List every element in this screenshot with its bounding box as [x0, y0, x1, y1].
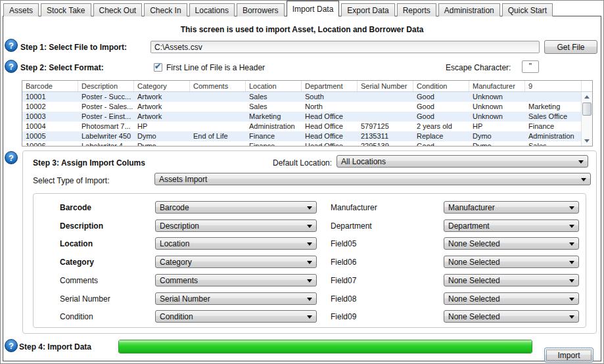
mapping-dropdown-value: Manufacturer: [448, 203, 495, 212]
grid-scrollbar[interactable]: [581, 92, 592, 146]
help-icon[interactable]: ?: [5, 339, 18, 352]
grid-cell: Good: [413, 112, 469, 122]
tab-assets[interactable]: Assets: [3, 3, 39, 16]
tab-export-data[interactable]: Export Data: [341, 3, 394, 16]
tab-import-data[interactable]: Import Data: [287, 1, 340, 16]
mapping-dropdown-barcode[interactable]: Barcode: [155, 201, 317, 214]
escape-character-label: Escape Character:: [446, 63, 511, 72]
tab-quick-start[interactable]: Quick Start: [502, 3, 553, 16]
default-location-label: Default Location:: [273, 158, 332, 168]
tab-locations[interactable]: Locations: [189, 3, 235, 16]
chevron-down-icon: [307, 298, 312, 301]
grid-column-header[interactable]: 9: [525, 81, 582, 91]
mapping-dropdown-value: None Selected: [448, 276, 500, 285]
header-line-checkbox[interactable]: ✔: [154, 63, 162, 72]
grid-cell: Sales: [246, 92, 302, 102]
question-mark-icon: ?: [9, 41, 14, 51]
grid-cell: Good: [413, 92, 469, 102]
table-row[interactable]: 10004Photosmart 7...HPAdministrationHead…: [22, 122, 581, 131]
mapping-label-field06: Field06: [331, 258, 356, 267]
grid-column-header[interactable]: Barcode: [22, 81, 78, 91]
mapping-dropdown-serial-number[interactable]: Serial Number: [155, 292, 317, 305]
get-file-button[interactable]: Get File: [544, 40, 597, 54]
type-of-import-dropdown[interactable]: Assets Import: [154, 173, 591, 185]
grid-column-header[interactable]: Manufacturer: [469, 81, 525, 91]
mapping-label-field09: Field09: [331, 312, 356, 321]
grid-body: 10001Poster - Succ...ArtworkSalesSouthGo…: [22, 92, 581, 146]
grid-column-header[interactable]: Description: [78, 81, 134, 91]
mapping-dropdown-comments[interactable]: Comments: [155, 274, 317, 286]
check-icon: ✔: [154, 62, 161, 71]
mapping-dropdown-department[interactable]: Department: [444, 219, 579, 232]
mapping-box: BarcodeBarcodeDescriptionDescriptionLoca…: [33, 193, 586, 328]
chevron-down-icon: [569, 242, 574, 246]
tab-borrowers[interactable]: Borrowers: [237, 3, 285, 16]
grid-column-header[interactable]: Department: [302, 81, 358, 91]
mapping-label-comments: Comments: [60, 276, 98, 285]
step1-label: Step 1: Select File to Import:: [20, 43, 127, 52]
mapping-dropdown-value: Location: [160, 239, 189, 248]
tab-check-in[interactable]: Check In: [144, 3, 187, 16]
mapping-dropdown-field09[interactable]: None Selected: [444, 310, 579, 323]
mapping-dropdown-field07[interactable]: None Selected: [444, 274, 579, 286]
scroll-down-icon[interactable]: [582, 136, 592, 146]
mapping-dropdown-manufacturer[interactable]: Manufacturer: [444, 201, 579, 214]
import-button[interactable]: Import: [544, 348, 593, 363]
grid-cell: Marketing: [525, 102, 581, 112]
grid-cell: Finance: [246, 141, 302, 146]
tab-check-out[interactable]: Check Out: [93, 3, 143, 16]
table-row[interactable]: 10001Poster - Succ...ArtworkSalesSouthGo…: [22, 92, 581, 102]
import-data-panel: This screen is used to import Asset, Loc…: [3, 16, 601, 361]
grid-column-header[interactable]: Category: [134, 81, 190, 91]
help-icon[interactable]: ?: [5, 60, 18, 73]
mapping-dropdown-field05[interactable]: None Selected: [444, 237, 579, 250]
mapping-dropdown-value: Comments: [160, 276, 198, 285]
mapping-dropdown-location[interactable]: Location: [155, 237, 317, 250]
mapping-dropdown-condition[interactable]: Condition: [155, 310, 317, 323]
grid-cell: Sales: [525, 141, 581, 146]
grid-cell: Dymo: [469, 141, 525, 146]
step3-group: Step 3: Assign Import Colums Default Loc…: [22, 150, 597, 334]
default-location-dropdown[interactable]: All Locations: [337, 155, 588, 168]
tab-administration[interactable]: Administration: [438, 3, 500, 16]
grid-cell: Sales: [246, 102, 302, 112]
table-row[interactable]: 10005Labelwriter 450DymoEnd of LifeFinan…: [22, 131, 581, 141]
step2-label: Step 2: Select Format:: [20, 63, 104, 72]
grid-cell: Replace: [413, 131, 469, 141]
question-mark-icon: ?: [9, 153, 14, 163]
mapping-dropdown-field08[interactable]: None Selected: [444, 292, 579, 305]
tab-reports[interactable]: Reports: [397, 3, 436, 16]
mapping-dropdown-category[interactable]: Category: [155, 256, 317, 268]
help-icon[interactable]: ?: [5, 39, 18, 52]
mapping-label-description: Description: [60, 221, 103, 231]
mapping-dropdown-description[interactable]: Description: [155, 219, 317, 232]
table-row[interactable]: 10002Poster - Sales...ArtworkSalesNorthG…: [22, 102, 581, 112]
grid-column-header[interactable]: Condition: [413, 81, 469, 91]
mapping-dropdown-field06[interactable]: None Selected: [444, 256, 579, 268]
table-row[interactable]: 10006Labelwriter 4...DymoFinanceHead Off…: [22, 141, 581, 146]
grid-cell: 10006: [22, 141, 78, 146]
grid-cell: Finance: [525, 122, 581, 131]
tab-stock-take[interactable]: Stock Take: [41, 3, 91, 16]
grid-cell: Good: [413, 141, 469, 146]
scrollbar-thumb[interactable]: [582, 102, 592, 116]
help-icon[interactable]: ?: [5, 151, 18, 164]
grid-cell: 10001: [22, 92, 78, 102]
grid-column-header[interactable]: Comments: [190, 81, 246, 91]
grid-column-header[interactable]: Location: [246, 81, 302, 91]
mapping-dropdown-value: None Selected: [448, 239, 500, 248]
grid-cell: 2295139: [358, 141, 413, 146]
grid-column-header[interactable]: Serial Number: [358, 81, 413, 91]
mapping-label-location: Location: [60, 239, 93, 248]
grid-cell: HP: [469, 122, 525, 131]
scroll-up-icon[interactable]: [582, 92, 592, 102]
chevron-down-icon: [307, 225, 312, 228]
import-data-window: AssetsStock TakeCheck OutCheck InLocatio…: [0, 0, 604, 364]
file-path-input[interactable]: [151, 41, 540, 53]
table-row[interactable]: 10003Poster - Einst...ArtworkMarketingHe…: [22, 112, 581, 122]
grid-cell: Head Office: [302, 131, 358, 141]
escape-character-input[interactable]: ": [522, 60, 539, 73]
grid-cell: 2 years old: [413, 122, 469, 131]
grid-cell: End of Life: [190, 131, 246, 141]
chevron-down-icon: [307, 206, 312, 210]
